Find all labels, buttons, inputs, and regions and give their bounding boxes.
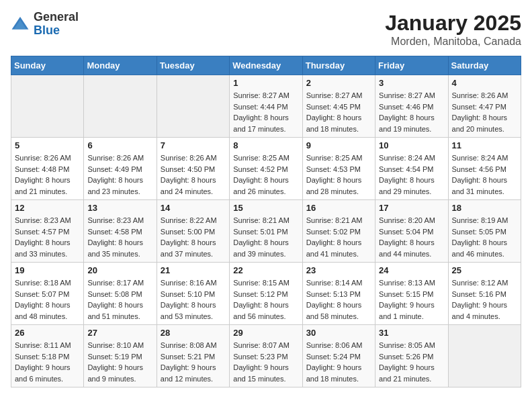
cell-3-1: 20Sunrise: 8:17 AM Sunset: 5:08 PM Dayli…: [84, 263, 157, 325]
cell-1-3: 8Sunrise: 8:25 AM Sunset: 4:52 PM Daylig…: [230, 138, 302, 200]
day-number-6: 6: [87, 140, 152, 150]
calendar-body: 1Sunrise: 8:27 AM Sunset: 4:44 PM Daylig…: [11, 75, 521, 387]
day-detail-30: Sunrise: 8:06 AM Sunset: 5:24 PM Dayligh…: [306, 340, 371, 384]
day-detail-23: Sunrise: 8:14 AM Sunset: 5:13 PM Dayligh…: [306, 277, 371, 322]
day-number-5: 5: [15, 140, 80, 150]
cell-2-5: 17Sunrise: 8:20 AM Sunset: 5:04 PM Dayli…: [375, 200, 448, 263]
day-number-15: 15: [233, 203, 298, 213]
day-detail-25: Sunrise: 8:12 AM Sunset: 5:16 PM Dayligh…: [452, 277, 517, 322]
day-number-10: 10: [379, 140, 444, 150]
day-number-4: 4: [452, 78, 517, 88]
day-detail-15: Sunrise: 8:21 AM Sunset: 5:01 PM Dayligh…: [233, 215, 298, 259]
cell-0-2: [157, 75, 229, 138]
calendar-title: January 2025: [385, 11, 521, 36]
logo-general: General: [34, 11, 79, 24]
day-number-27: 27: [87, 328, 152, 338]
day-detail-6: Sunrise: 8:26 AM Sunset: 4:49 PM Dayligh…: [87, 152, 152, 197]
title-block: January 2025 Morden, Manitoba, Canada: [385, 11, 521, 48]
day-number-25: 25: [452, 265, 517, 275]
cell-1-2: 7Sunrise: 8:26 AM Sunset: 4:50 PM Daylig…: [157, 138, 229, 200]
header-saturday: Saturday: [448, 56, 521, 75]
day-number-1: 1: [233, 78, 298, 88]
day-detail-9: Sunrise: 8:25 AM Sunset: 4:53 PM Dayligh…: [306, 152, 371, 197]
cell-3-3: 22Sunrise: 8:15 AM Sunset: 5:12 PM Dayli…: [230, 263, 302, 325]
week-row-4: 26Sunrise: 8:11 AM Sunset: 5:18 PM Dayli…: [11, 325, 521, 387]
day-detail-18: Sunrise: 8:19 AM Sunset: 5:05 PM Dayligh…: [452, 215, 517, 259]
cell-3-6: 25Sunrise: 8:12 AM Sunset: 5:16 PM Dayli…: [448, 263, 521, 325]
day-number-23: 23: [306, 265, 371, 275]
day-detail-19: Sunrise: 8:18 AM Sunset: 5:07 PM Dayligh…: [15, 277, 80, 322]
day-number-2: 2: [306, 78, 371, 88]
day-detail-16: Sunrise: 8:21 AM Sunset: 5:02 PM Dayligh…: [306, 215, 371, 259]
cell-0-1: [84, 75, 157, 138]
day-detail-22: Sunrise: 8:15 AM Sunset: 5:12 PM Dayligh…: [233, 277, 298, 322]
day-number-18: 18: [452, 203, 517, 213]
cell-3-4: 23Sunrise: 8:14 AM Sunset: 5:13 PM Dayli…: [302, 263, 375, 325]
day-number-24: 24: [379, 265, 444, 275]
day-detail-12: Sunrise: 8:23 AM Sunset: 4:57 PM Dayligh…: [15, 215, 80, 259]
header-tuesday: Tuesday: [157, 56, 229, 75]
day-number-26: 26: [15, 328, 80, 338]
header-sunday: Sunday: [11, 56, 84, 75]
day-detail-17: Sunrise: 8:20 AM Sunset: 5:04 PM Dayligh…: [379, 215, 444, 259]
cell-4-1: 27Sunrise: 8:10 AM Sunset: 5:19 PM Dayli…: [84, 325, 157, 387]
calendar-subtitle: Morden, Manitoba, Canada: [385, 36, 521, 48]
week-row-1: 5Sunrise: 8:26 AM Sunset: 4:48 PM Daylig…: [11, 138, 521, 200]
week-row-2: 12Sunrise: 8:23 AM Sunset: 4:57 PM Dayli…: [11, 200, 521, 263]
cell-2-4: 16Sunrise: 8:21 AM Sunset: 5:02 PM Dayli…: [302, 200, 375, 263]
day-number-7: 7: [161, 140, 226, 150]
cell-4-5: 31Sunrise: 8:05 AM Sunset: 5:26 PM Dayli…: [375, 325, 448, 387]
header-wednesday: Wednesday: [230, 56, 302, 75]
day-number-11: 11: [452, 140, 517, 150]
day-number-14: 14: [161, 203, 226, 213]
cell-2-3: 15Sunrise: 8:21 AM Sunset: 5:01 PM Dayli…: [230, 200, 302, 263]
day-detail-24: Sunrise: 8:13 AM Sunset: 5:15 PM Dayligh…: [379, 277, 444, 322]
day-number-3: 3: [379, 78, 444, 88]
cell-2-6: 18Sunrise: 8:19 AM Sunset: 5:05 PM Dayli…: [448, 200, 521, 263]
cell-4-6: [448, 325, 521, 387]
cell-0-4: 2Sunrise: 8:27 AM Sunset: 4:45 PM Daylig…: [302, 75, 375, 138]
day-number-29: 29: [233, 328, 298, 338]
day-detail-1: Sunrise: 8:27 AM Sunset: 4:44 PM Dayligh…: [233, 90, 298, 134]
week-row-3: 19Sunrise: 8:18 AM Sunset: 5:07 PM Dayli…: [11, 263, 521, 325]
cell-1-4: 9Sunrise: 8:25 AM Sunset: 4:53 PM Daylig…: [302, 138, 375, 200]
logo-text: General Blue: [34, 11, 79, 38]
day-detail-7: Sunrise: 8:26 AM Sunset: 4:50 PM Dayligh…: [161, 152, 226, 197]
day-number-19: 19: [15, 265, 80, 275]
cell-2-0: 12Sunrise: 8:23 AM Sunset: 4:57 PM Dayli…: [11, 200, 84, 263]
day-detail-11: Sunrise: 8:24 AM Sunset: 4:56 PM Dayligh…: [452, 152, 517, 197]
day-number-22: 22: [233, 265, 298, 275]
day-number-17: 17: [379, 203, 444, 213]
cell-4-0: 26Sunrise: 8:11 AM Sunset: 5:18 PM Dayli…: [11, 325, 84, 387]
day-number-21: 21: [161, 265, 226, 275]
cell-4-3: 29Sunrise: 8:07 AM Sunset: 5:23 PM Dayli…: [230, 325, 302, 387]
day-detail-27: Sunrise: 8:10 AM Sunset: 5:19 PM Dayligh…: [87, 340, 152, 384]
day-number-20: 20: [87, 265, 152, 275]
day-number-28: 28: [161, 328, 226, 338]
day-detail-3: Sunrise: 8:27 AM Sunset: 4:46 PM Dayligh…: [379, 90, 444, 134]
logo: General Blue: [11, 11, 79, 38]
calendar-table: Sunday Monday Tuesday Wednesday Thursday…: [11, 56, 521, 387]
cell-0-3: 1Sunrise: 8:27 AM Sunset: 4:44 PM Daylig…: [230, 75, 302, 138]
cell-3-0: 19Sunrise: 8:18 AM Sunset: 5:07 PM Dayli…: [11, 263, 84, 325]
cell-2-2: 14Sunrise: 8:22 AM Sunset: 5:00 PM Dayli…: [157, 200, 229, 263]
logo-icon: [11, 15, 30, 34]
cell-0-6: 4Sunrise: 8:26 AM Sunset: 4:47 PM Daylig…: [448, 75, 521, 138]
day-number-31: 31: [379, 328, 444, 338]
day-detail-29: Sunrise: 8:07 AM Sunset: 5:23 PM Dayligh…: [233, 340, 298, 384]
day-detail-8: Sunrise: 8:25 AM Sunset: 4:52 PM Dayligh…: [233, 152, 298, 197]
header-thursday: Thursday: [302, 56, 375, 75]
cell-2-1: 13Sunrise: 8:23 AM Sunset: 4:58 PM Dayli…: [84, 200, 157, 263]
header-friday: Friday: [375, 56, 448, 75]
cell-1-0: 5Sunrise: 8:26 AM Sunset: 4:48 PM Daylig…: [11, 138, 84, 200]
cell-4-2: 28Sunrise: 8:08 AM Sunset: 5:21 PM Dayli…: [157, 325, 229, 387]
day-detail-10: Sunrise: 8:24 AM Sunset: 4:54 PM Dayligh…: [379, 152, 444, 197]
header-monday: Monday: [84, 56, 157, 75]
day-detail-26: Sunrise: 8:11 AM Sunset: 5:18 PM Dayligh…: [15, 340, 80, 384]
cell-0-0: [11, 75, 84, 138]
day-number-13: 13: [87, 203, 152, 213]
calendar-header: Sunday Monday Tuesday Wednesday Thursday…: [11, 56, 521, 75]
day-detail-14: Sunrise: 8:22 AM Sunset: 5:00 PM Dayligh…: [161, 215, 226, 259]
day-detail-31: Sunrise: 8:05 AM Sunset: 5:26 PM Dayligh…: [379, 340, 444, 384]
weekday-header-row: Sunday Monday Tuesday Wednesday Thursday…: [11, 56, 521, 75]
